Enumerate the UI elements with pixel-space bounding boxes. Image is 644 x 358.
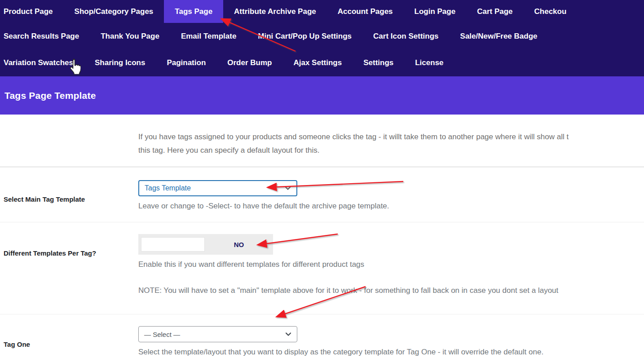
tag-one-selected-value: — Select — bbox=[144, 331, 180, 338]
tab-mini-cart-popup-settings[interactable]: Mini Cart/Pop Up Settings bbox=[247, 23, 362, 49]
main-tag-template-label: Select Main Tag Template bbox=[0, 180, 138, 211]
tab-cart-icon-settings[interactable]: Cart Icon Settings bbox=[362, 23, 449, 49]
tag-one-help: Select the template/layout that you want… bbox=[138, 348, 644, 357]
tab-account-pages[interactable]: Account Pages bbox=[327, 0, 404, 23]
different-templates-help: Enable this if you want different templa… bbox=[138, 260, 644, 269]
tab-login-page[interactable]: Login Page bbox=[404, 0, 467, 23]
different-templates-toggle[interactable]: NO bbox=[138, 234, 273, 255]
tab-sharing-icons[interactable]: Sharing Icons bbox=[84, 49, 156, 76]
main-tag-template-selected-value: Tags Template bbox=[145, 184, 191, 192]
tab-settings[interactable]: Settings bbox=[353, 49, 404, 76]
tab-shop-category-pages[interactable]: Shop/Category Pages bbox=[64, 0, 164, 23]
intro-line-2: this tag. Here you can specify a default… bbox=[138, 144, 644, 157]
nav-row-1: Product Page Shop/Category Pages Tags Pa… bbox=[0, 0, 644, 23]
tab-search-results-page[interactable]: Search Results Page bbox=[0, 23, 90, 49]
tab-sale-new-free-badge[interactable]: Sale/New/Free Badge bbox=[450, 23, 548, 49]
tab-cart-page[interactable]: Cart Page bbox=[466, 0, 523, 23]
toggle-handle[interactable] bbox=[141, 237, 205, 252]
row-select-main-tag-template: Select Main Tag Template Tags Template L… bbox=[0, 168, 644, 222]
tab-email-template[interactable]: Email Template bbox=[170, 23, 247, 49]
chevron-down-icon bbox=[285, 185, 291, 191]
toggle-state-text: NO bbox=[205, 241, 273, 248]
tab-tags-page[interactable]: Tags Page bbox=[164, 0, 223, 23]
page-header-banner: Tags Page Template bbox=[0, 76, 644, 115]
row-different-templates-per-tag: Different Templates Per Tag? NO Enable t… bbox=[0, 222, 644, 314]
row-tag-one: Tag One — Select — Select the template/l… bbox=[0, 314, 644, 357]
tab-thank-you-page[interactable]: Thank You Page bbox=[90, 23, 170, 49]
different-templates-note: NOTE: You will have to set a "main" temp… bbox=[138, 286, 644, 295]
tag-one-select[interactable]: — Select — bbox=[138, 326, 297, 342]
tab-license[interactable]: License bbox=[404, 49, 454, 76]
page-title: Tags Page Template bbox=[4, 90, 96, 101]
tab-attribute-archive-page[interactable]: Attribute Archive Page bbox=[223, 0, 327, 23]
tab-ajax-settings[interactable]: Ajax Settings bbox=[282, 49, 353, 76]
main-tag-template-help: Leave or change to -Select- to have the … bbox=[138, 202, 644, 211]
tab-order-bump[interactable]: Order Bump bbox=[216, 49, 282, 76]
intro-description: If you have tags assigned to your produc… bbox=[0, 115, 644, 166]
different-templates-label: Different Templates Per Tag? bbox=[0, 234, 138, 295]
tab-product-page[interactable]: Product Page bbox=[0, 0, 64, 23]
nav-row-2: Search Results Page Thank You Page Email… bbox=[0, 23, 644, 49]
tab-pagination[interactable]: Pagination bbox=[156, 49, 216, 76]
nav-row-3: Variation Swatches Sharing Icons Paginat… bbox=[0, 49, 644, 76]
main-tag-template-select[interactable]: Tags Template bbox=[138, 180, 297, 196]
chevron-down-icon bbox=[285, 331, 291, 337]
tag-one-label: Tag One bbox=[0, 326, 138, 357]
settings-tabs-nav: Product Page Shop/Category Pages Tags Pa… bbox=[0, 0, 644, 76]
intro-line-1: If you have tags assigned to your produc… bbox=[138, 130, 644, 144]
tab-checkout-page[interactable]: Checkou bbox=[524, 0, 578, 23]
tab-variation-swatches[interactable]: Variation Swatches bbox=[0, 49, 84, 76]
